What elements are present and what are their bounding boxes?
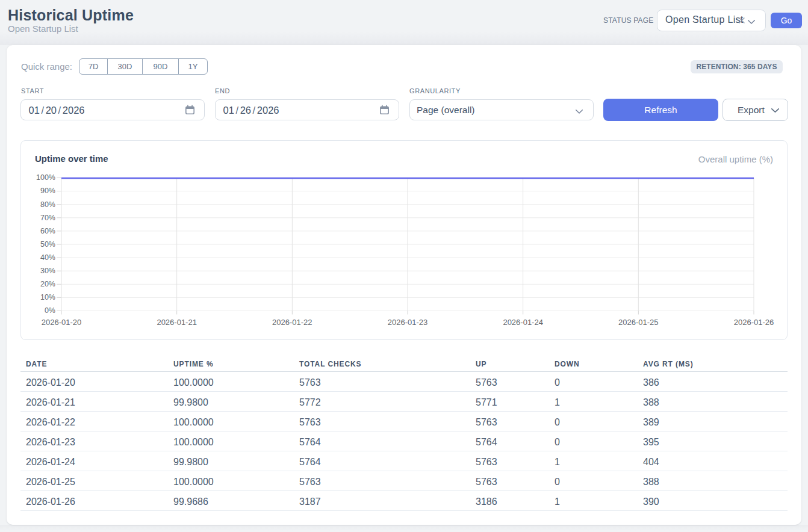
svg-text:40%: 40%: [40, 253, 55, 262]
svg-text:2026-01-25: 2026-01-25: [618, 318, 659, 327]
svg-text:100%: 100%: [36, 173, 55, 182]
svg-text:30%: 30%: [40, 267, 55, 275]
svg-text:70%: 70%: [40, 214, 55, 222]
svg-text:2026-01-24: 2026-01-24: [503, 318, 543, 327]
svg-text:80%: 80%: [40, 200, 55, 209]
svg-text:2026-01-23: 2026-01-23: [388, 318, 428, 327]
svg-text:2026-01-20: 2026-01-20: [42, 318, 82, 327]
svg-text:0%: 0%: [45, 306, 55, 315]
svg-text:20%: 20%: [40, 280, 55, 288]
svg-text:50%: 50%: [40, 240, 55, 249]
svg-text:10%: 10%: [40, 293, 55, 302]
svg-text:2026-01-26: 2026-01-26: [734, 318, 774, 327]
svg-text:90%: 90%: [40, 187, 55, 195]
svg-text:2026-01-21: 2026-01-21: [157, 318, 197, 327]
svg-text:60%: 60%: [40, 227, 55, 235]
svg-text:2026-01-22: 2026-01-22: [272, 318, 312, 327]
